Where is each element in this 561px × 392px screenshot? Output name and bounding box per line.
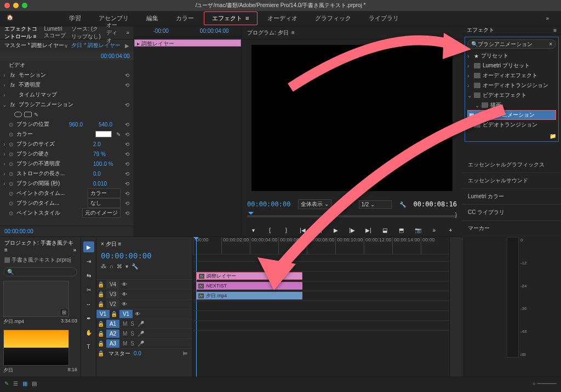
project-search[interactable]: 🔍 bbox=[3, 267, 77, 276]
lock-icon[interactable]: 🔒 bbox=[96, 321, 105, 327]
sequence-tab[interactable]: × 夕日 ≡ bbox=[96, 237, 192, 251]
reset-icon[interactable]: ⟲ bbox=[123, 151, 131, 157]
mic-icon[interactable]: 🎤 bbox=[134, 331, 147, 337]
lock-icon[interactable]: 🔒 bbox=[96, 301, 105, 307]
timeline-timecode[interactable]: 00:00:00:00 bbox=[96, 251, 192, 263]
panel-cc-library[interactable]: CC ライブラリ bbox=[462, 205, 561, 221]
reset-icon[interactable]: ⟲ bbox=[123, 122, 131, 128]
tree-sub-draw[interactable]: 描画 bbox=[490, 101, 501, 109]
home-icon[interactable]: 🏠 bbox=[7, 14, 15, 23]
panel-lumetri-color[interactable]: Lumetri カラー bbox=[462, 189, 561, 205]
eye-icon[interactable]: 👁 bbox=[119, 281, 129, 287]
tree-video-fx[interactable]: ビデオエフェクト bbox=[483, 91, 526, 99]
lock-icon[interactable]: 🔒 bbox=[110, 311, 118, 317]
type-tool-icon[interactable]: T bbox=[83, 341, 94, 352]
slip-tool-icon[interactable]: ↔ bbox=[83, 298, 94, 309]
playhead-icon[interactable] bbox=[248, 212, 254, 217]
reset-icon[interactable]: ⟲ bbox=[123, 191, 131, 197]
mic-icon[interactable]: 🎤 bbox=[134, 321, 147, 327]
ripple-tool-icon[interactable]: ⇆ bbox=[83, 270, 94, 281]
dd-paint-style[interactable]: 元のイメージ bbox=[82, 208, 121, 218]
timeline-ruler[interactable]: -00:0000:00:02:0000:00:04:0000:00:06:000… bbox=[193, 237, 449, 255]
tab-lumetri-scopes[interactable]: Lumetri スコープ bbox=[44, 26, 66, 39]
v-brush-opacity[interactable]: 100.0 % bbox=[93, 161, 121, 167]
reset-icon[interactable]: ⟲ bbox=[123, 161, 131, 167]
lock-icon[interactable]: 🔒 bbox=[96, 350, 105, 356]
close-icon[interactable] bbox=[4, 3, 10, 8]
program-timecode[interactable]: 00:00:00:00 bbox=[247, 200, 290, 208]
step-back-icon[interactable]: ◀| bbox=[315, 227, 324, 233]
razor-tool-icon[interactable]: ✂ bbox=[83, 284, 94, 295]
track-v2[interactable]: V2 bbox=[106, 300, 119, 308]
lock-icon[interactable]: 🔒 bbox=[96, 331, 105, 337]
reset-icon[interactable]: ⟲ bbox=[123, 82, 131, 88]
lock-icon[interactable]: 🔒 bbox=[96, 291, 105, 297]
program-scrubber[interactable]: } bbox=[247, 212, 457, 224]
tree-audio-trans[interactable]: オーディオトランジション bbox=[483, 82, 548, 89]
track-a3[interactable]: A3 bbox=[106, 339, 119, 348]
fx-time-remap[interactable]: タイムリマップ bbox=[19, 91, 131, 99]
magnet-icon[interactable]: ∩ bbox=[110, 263, 113, 269]
eyedropper-icon[interactable]: ✎ bbox=[116, 131, 121, 137]
freeform-view-icon[interactable]: ▤ bbox=[32, 381, 37, 387]
mark-in-icon[interactable]: { bbox=[266, 227, 274, 233]
v-brush-hard[interactable]: 79 % bbox=[93, 151, 121, 157]
dd-paint-time[interactable]: カラー bbox=[88, 188, 121, 198]
track-v3[interactable]: V3 bbox=[106, 290, 119, 298]
go-out-icon[interactable]: ▶| bbox=[364, 227, 373, 233]
tab-source[interactable]: ソース: (クリップなし) bbox=[71, 25, 101, 41]
project-item-1[interactable]: 夕日8:16 bbox=[3, 330, 77, 374]
ws-effects[interactable]: エフェクト ≡ bbox=[204, 11, 257, 25]
effects-search-input[interactable] bbox=[478, 41, 549, 47]
track-select-tool-icon[interactable]: ⇥ bbox=[83, 256, 94, 267]
solo-icon[interactable]: ⊨ bbox=[183, 350, 192, 356]
pen-tool-icon[interactable]: ✒ bbox=[83, 313, 94, 324]
eye-icon[interactable]: 👁 bbox=[119, 301, 129, 307]
markers-icon[interactable]: ▾ bbox=[125, 263, 128, 269]
tree-lumetri[interactable]: Lumetri プリセット bbox=[483, 62, 530, 70]
track-v4[interactable]: V4 bbox=[106, 280, 119, 289]
icon-view-icon[interactable]: ▦ bbox=[22, 381, 27, 387]
eye-icon[interactable]: 👁 bbox=[119, 291, 129, 297]
v-brush-size[interactable]: 2.0 bbox=[93, 141, 121, 147]
fit-dropdown[interactable]: 全体表示 ⌄ bbox=[298, 199, 331, 209]
ws-library[interactable]: ライブラリ bbox=[361, 12, 407, 25]
clip-adjustment-layer[interactable]: fx調整レイヤー bbox=[196, 272, 302, 280]
fx-brush-animation[interactable]: ブラシアニメーション bbox=[19, 101, 121, 108]
v-brush-pos-x[interactable]: 960.0 bbox=[69, 122, 96, 128]
extract-icon[interactable]: ⬒ bbox=[397, 227, 406, 233]
new-bin-icon[interactable]: 📁 bbox=[549, 133, 556, 139]
reset-icon[interactable]: ⟲ bbox=[123, 210, 131, 216]
track-master[interactable]: マスター bbox=[105, 350, 134, 358]
settings-icon[interactable]: 🔧 bbox=[131, 263, 138, 269]
list-view-icon[interactable]: ☰ bbox=[13, 381, 18, 387]
pen-mask-icon[interactable]: ✎ bbox=[34, 112, 42, 117]
clip-video[interactable]: fx夕日.mp4 bbox=[196, 292, 302, 299]
selection-tool-icon[interactable]: ▶ bbox=[83, 241, 94, 252]
step-fwd-icon[interactable]: |▶ bbox=[348, 227, 357, 233]
reset-icon[interactable]: ⟲ bbox=[123, 141, 131, 147]
play-icon[interactable]: ▶ bbox=[331, 227, 340, 233]
panel-ess-sound[interactable]: エッセンシャルサウンド bbox=[462, 173, 561, 189]
add-button-icon[interactable]: + bbox=[446, 227, 455, 233]
program-monitor[interactable] bbox=[251, 45, 453, 191]
wrench-icon[interactable]: 🔧 bbox=[399, 201, 406, 207]
ws-color[interactable]: カラー bbox=[168, 12, 202, 25]
tree-audio-fx[interactable]: オーディオエフェクト bbox=[483, 72, 537, 79]
reset-icon[interactable]: ⟲ bbox=[123, 181, 131, 187]
mic-icon[interactable]: 🎤 bbox=[134, 341, 147, 347]
src-v1[interactable]: V1 bbox=[96, 310, 110, 318]
v-brush-gap[interactable]: 0.010 bbox=[93, 181, 121, 187]
dd-brush-time[interactable]: なし bbox=[88, 198, 121, 208]
link-icon[interactable]: ⌘ bbox=[117, 263, 122, 269]
project-item-0[interactable]: ⊞ 夕日.mp43:34:03 bbox=[3, 281, 77, 325]
ws-learn[interactable]: 学習 bbox=[61, 12, 89, 25]
effects-search[interactable]: 🔍× bbox=[467, 39, 556, 49]
maximize-icon[interactable] bbox=[22, 3, 27, 8]
reset-icon[interactable]: ⟲ bbox=[123, 171, 131, 177]
hand-tool-icon[interactable]: ✋ bbox=[83, 327, 94, 338]
ws-graphics[interactable]: グラフィック bbox=[307, 12, 359, 25]
rect-mask-icon[interactable] bbox=[24, 112, 32, 117]
ec-sequence-link[interactable]: 夕日 * 調整レイヤー bbox=[71, 42, 120, 49]
fx-motion[interactable]: モーション bbox=[19, 71, 121, 79]
